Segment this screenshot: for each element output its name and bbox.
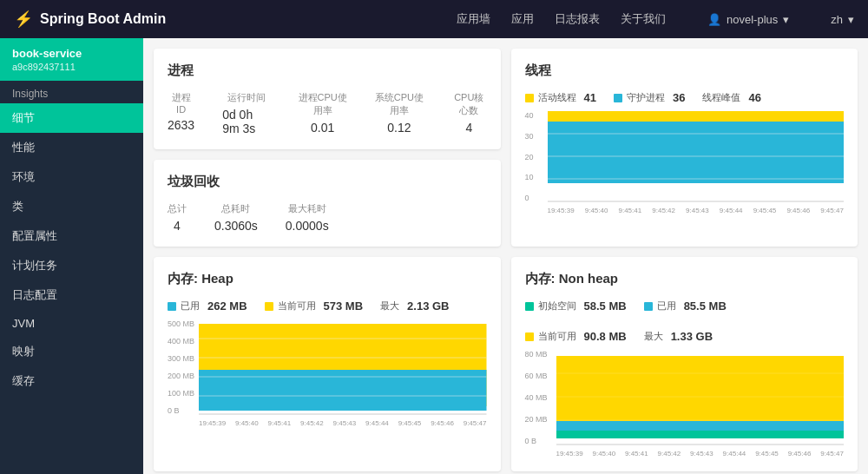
cpu-cores-value: 4: [465, 121, 472, 135]
nonheap-x-axis: 19:45:39 9:45:40 9:45:41 9:45:42 9:45:43…: [556, 450, 845, 458]
nonheap-current-label: 当前可用: [538, 330, 576, 343]
sidebar-item-配置属性[interactable]: 配置属性: [0, 221, 143, 251]
daemon-dot: [614, 94, 622, 102]
svg-rect-1: [548, 115, 845, 183]
heap-current-value: 573 MB: [324, 300, 364, 313]
heap-chart-wrapper: 0 B 100 MB 200 MB 300 MB 400 MB 500 MB: [168, 319, 487, 427]
threads-card: 线程 活动线程 41 守护进程 36 线程峰值 46: [511, 49, 858, 247]
logo-area: ⚡ Spring Boot Admin: [14, 10, 457, 29]
nonheap-used-dot: [644, 302, 653, 311]
heap-used-dot: [168, 302, 176, 311]
nav-links: 应用墙 应用 日志报表 关于我们 👤 novel-plus ▾ zh ▾: [457, 11, 854, 27]
sidebar-item-日志配置[interactable]: 日志配置: [0, 280, 143, 310]
gc-total-value: 4: [174, 219, 181, 233]
nonheap-chart-wrapper: 0 B 20 MB 40 MB 60 MB 80 MB: [525, 350, 845, 458]
metric-cpu-proc: 进程CPU使用率 0.01: [299, 91, 347, 135]
nonheap-y-axis: 0 B 20 MB 40 MB 60 MB 80 MB: [525, 350, 548, 445]
nonheap-current-value: 90.8 MB: [584, 330, 627, 343]
heap-current-label: 当前可用: [278, 300, 316, 313]
sidebar: book-service a9c892437111 Insights 细节 性能…: [0, 38, 143, 474]
heap-max-label: 最大: [380, 300, 399, 313]
sidebar-item-性能[interactable]: 性能: [0, 133, 143, 162]
svg-rect-2: [548, 111, 845, 122]
sidebar-item-计划任务[interactable]: 计划任务: [0, 251, 143, 280]
process-metrics: 进程ID 2633 运行时间 0d 0h 9m 3s 进程CPU使用率 0.01…: [168, 91, 487, 135]
gc-max-label: 最大耗时: [288, 202, 326, 215]
nav-link-about[interactable]: 关于我们: [621, 11, 666, 27]
gc-card: 垃圾回收 总计 4 总耗时 0.3060s 最大耗时 0.0000s: [154, 160, 501, 247]
daemon-value: 36: [673, 91, 685, 104]
cpu-cores-label: CPU核心数: [451, 91, 486, 117]
svg-rect-18: [556, 356, 845, 421]
process-card: 进程 进程ID 2633 运行时间 0d 0h 9m 3s 进程CPU使用率 0…: [154, 49, 501, 149]
legend-heap-used: 已用 262 MB: [168, 300, 247, 313]
legend-nonheap-used: 已用 85.5 MB: [644, 300, 727, 313]
heap-max-value: 2.13 GB: [407, 300, 449, 313]
metric-pid: 进程ID 2633: [168, 91, 194, 135]
nonheap-max-label: 最大: [644, 330, 663, 343]
heap-x-axis: 19:45:39 9:45:40 9:45:41 9:45:42 9:45:43…: [199, 419, 487, 427]
daemon-label: 守护进程: [627, 91, 665, 104]
cpu-sys-value: 0.12: [387, 121, 411, 135]
nonheap-card: 内存: Non heap 初始空间 58.5 MB 已用 85.5 MB 当前可…: [511, 257, 858, 471]
heap-legend: 已用 262 MB 当前可用 573 MB 最大 2.13 GB: [168, 300, 487, 313]
gc-time-value: 0.3060s: [214, 219, 258, 233]
threads-x-axis: 19:45:39 9:45:40 9:45:41 9:45:42 9:45:43…: [548, 207, 845, 214]
nav-link-appwall[interactable]: 应用墙: [457, 11, 490, 27]
nonheap-title: 内存: Non heap: [525, 271, 845, 287]
active-label: 活动线程: [538, 91, 576, 104]
heap-y-axis: 0 B 100 MB 200 MB 300 MB 400 MB 500 MB: [168, 319, 194, 415]
heap-chart-svg: [199, 319, 487, 415]
lang-chevron-icon: ▾: [848, 13, 854, 26]
gc-title: 垃圾回收: [168, 174, 487, 190]
pid-label: 进程ID: [168, 91, 194, 115]
cpu-sys-label: 系统CPU使用率: [375, 91, 424, 117]
service-name: book-service: [12, 47, 131, 60]
lang-value: zh: [831, 13, 843, 26]
sidebar-item-缓存[interactable]: 缓存: [0, 366, 143, 396]
legend-heap-max: 最大 2.13 GB: [380, 300, 449, 313]
cpu-proc-label: 进程CPU使用率: [299, 91, 347, 117]
threads-legend: 活动线程 41 守护进程 36 线程峰值 46: [525, 91, 845, 104]
heap-used-label: 已用: [181, 300, 200, 313]
legend-active: 活动线程 41: [525, 91, 596, 104]
nav-user[interactable]: 👤 novel-plus ▾: [707, 13, 789, 26]
process-title: 进程: [168, 63, 487, 79]
metric-uptime: 运行时间 0d 0h 9m 3s: [222, 91, 270, 135]
metric-cpu-cores: CPU核心数 4: [451, 91, 486, 135]
top-nav: ⚡ Spring Boot Admin 应用墙 应用 日志报表 关于我们 👤 n…: [0, 0, 868, 38]
metric-cpu-sys: 系统CPU使用率 0.12: [375, 91, 424, 135]
sidebar-item-环境[interactable]: 环境: [0, 162, 143, 192]
sidebar-item-类[interactable]: 类: [0, 192, 143, 221]
heap-title: 内存: Heap: [168, 271, 487, 287]
nonheap-max-value: 1.33 GB: [671, 330, 713, 343]
user-name: novel-plus: [727, 13, 778, 26]
legend-daemon: 守护进程 36: [614, 91, 685, 104]
gc-time-label: 总耗时: [221, 202, 250, 215]
service-id: a9c892437111: [12, 62, 131, 72]
nonheap-initial-dot: [525, 302, 534, 311]
sidebar-item-细节[interactable]: 细节: [0, 103, 143, 133]
nav-lang[interactable]: zh ▾: [831, 13, 854, 26]
sidebar-item-映射[interactable]: 映射: [0, 337, 143, 366]
insights-label: Insights: [0, 81, 143, 103]
threads-title: 线程: [525, 63, 845, 79]
legend-nonheap-current: 当前可用 90.8 MB: [525, 330, 627, 343]
logo-text: Spring Boot Admin: [40, 11, 166, 27]
sidebar-item-jvm[interactable]: JVM: [0, 310, 143, 337]
nav-link-app[interactable]: 应用: [511, 11, 534, 27]
nonheap-used-label: 已用: [657, 300, 676, 313]
metric-gc-time: 总耗时 0.3060s: [214, 202, 258, 233]
active-value: 41: [584, 91, 596, 104]
user-icon: 👤: [707, 13, 721, 26]
legend-nonheap-initial: 初始空间 58.5 MB: [525, 300, 627, 313]
peak-label: 线程峰值: [702, 91, 740, 104]
gc-max-value: 0.0000s: [286, 219, 329, 233]
nonheap-initial-label: 初始空间: [538, 300, 576, 313]
svg-rect-9: [199, 370, 487, 411]
content-area: 进程 进程ID 2633 运行时间 0d 0h 9m 3s 进程CPU使用率 0…: [143, 38, 868, 474]
heap-current-dot: [265, 302, 273, 311]
nav-link-logs[interactable]: 日志报表: [555, 11, 600, 27]
nonheap-used-value: 85.5 MB: [684, 300, 727, 313]
nonheap-legend: 初始空间 58.5 MB 已用 85.5 MB 当前可用 90.8 MB 最大 …: [525, 300, 845, 343]
